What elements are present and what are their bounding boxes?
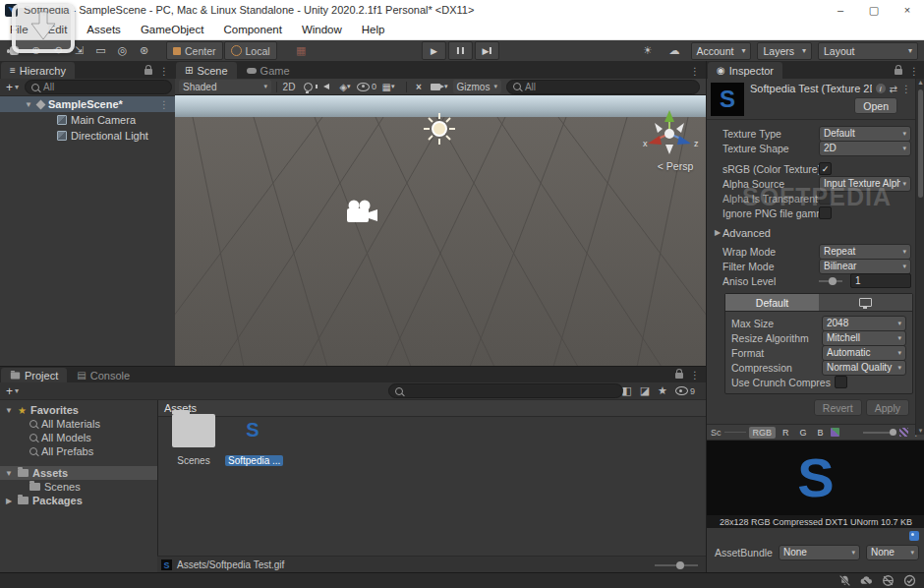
custom-tool-button[interactable]: ⊛	[134, 42, 154, 59]
hierarchy-search-input[interactable]: All	[25, 80, 172, 94]
search-by-label-icon[interactable]: ◪	[640, 384, 650, 397]
cache-server-offline-icon[interactable]	[882, 574, 895, 587]
tree-all-models[interactable]: All Models	[0, 431, 157, 444]
save-search-star-icon[interactable]: ★	[658, 384, 667, 397]
lock-icon[interactable]	[144, 69, 152, 75]
foldout-open-icon[interactable]: ▼	[4, 406, 14, 415]
scroll-up-icon[interactable]: ▼	[917, 79, 924, 88]
rect-tool-button[interactable]: ▭	[90, 42, 111, 59]
platform-tab-default[interactable]: Default	[725, 294, 819, 311]
inspector-scrollbar[interactable]: ▼ ▾	[915, 79, 924, 435]
account-dropdown[interactable]: Account ▾	[691, 42, 752, 60]
wrap-mode-dropdown[interactable]: Repeat▾	[819, 244, 911, 260]
mip-slider[interactable]	[863, 432, 896, 434]
aniso-slider[interactable]	[819, 280, 842, 282]
tab-inspector[interactable]: ◉ Inspector	[708, 62, 782, 79]
platform-tab-standalone[interactable]	[819, 294, 912, 311]
status-check-icon[interactable]	[903, 574, 916, 587]
folder-item-label[interactable]: Scenes	[168, 455, 219, 466]
tree-favorites[interactable]: ▼ ★ Favorites	[0, 403, 157, 417]
view-tool-button[interactable]	[4, 42, 25, 59]
app-icon[interactable]	[5, 4, 18, 17]
presets-icon[interactable]: ⇄	[890, 84, 897, 94]
grid-visibility-dropdown[interactable]: ▦ ▾	[381, 80, 395, 93]
foldout-open-icon[interactable]: ▼	[4, 469, 14, 478]
tree-all-prefabs[interactable]: All Prefabs	[0, 444, 157, 458]
pause-button[interactable]	[448, 41, 473, 60]
tab-console[interactable]: ▤ Console	[68, 368, 139, 382]
scene-lighting-toggle[interactable]	[301, 80, 315, 93]
assetbundle-dropdown[interactable]: None▾	[779, 545, 860, 560]
menu-window[interactable]: Window	[292, 20, 352, 39]
tab-project[interactable]: Project	[1, 368, 67, 382]
pivot-center-button[interactable]: Center	[166, 41, 223, 60]
tab-hierarchy[interactable]: ≡ Hierarchy	[1, 62, 75, 79]
hidden-packages-toggle[interactable]: 9	[675, 386, 695, 396]
softpedia-asset-item[interactable]: S	[242, 416, 263, 443]
scene-camera-dropdown[interactable]: ▾	[431, 80, 448, 93]
slider-handle[interactable]	[890, 429, 896, 436]
play-button[interactable]: ▶	[422, 41, 446, 60]
orientation-gizmo[interactable]: x z	[638, 107, 701, 162]
transform-tool-button[interactable]: ◎	[112, 42, 133, 59]
foldout-open-icon[interactable]: ▼	[24, 100, 33, 109]
menu-help[interactable]: Help	[352, 20, 395, 39]
directional-light-gizmo[interactable]	[423, 112, 456, 146]
scene-viewport[interactable]: x z < Persp	[175, 95, 706, 367]
texture-shape-dropdown[interactable]: 2D▾	[819, 141, 911, 156]
scene-visibility-toggle[interactable]: 0	[357, 80, 376, 93]
channel-rgb-button[interactable]: RGB	[749, 427, 777, 439]
collab-cloud-icon[interactable]	[860, 574, 873, 587]
aniso-value-field[interactable]: 1	[850, 273, 911, 288]
2d-toggle[interactable]: 2D	[282, 80, 296, 93]
kebab-menu-icon[interactable]: ⋮	[690, 66, 700, 77]
help-icon[interactable]: i	[876, 84, 886, 93]
tree-scenes[interactable]: Scenes	[0, 480, 157, 494]
perspective-toggle[interactable]: < Persp	[641, 160, 706, 172]
mipmap-icon[interactable]	[831, 428, 839, 437]
channel-g-button[interactable]: G	[796, 427, 811, 439]
foldout-closed-icon[interactable]: ▶	[4, 497, 14, 505]
tree-all-materials[interactable]: All Materials	[0, 417, 157, 431]
scrollbar-thumb[interactable]	[918, 89, 923, 198]
kebab-menu-icon[interactable]: ⋮	[909, 66, 919, 77]
compression-dropdown[interactable]: Normal Quality▾	[822, 360, 906, 376]
scroll-down-icon[interactable]: ▾	[919, 426, 923, 435]
add-gameobject-button[interactable]: + ▾	[3, 81, 22, 94]
scene-search-input[interactable]: All	[506, 80, 700, 94]
project-search-input[interactable]	[388, 383, 623, 398]
alpha-source-dropdown[interactable]: Input Texture Alpha▾	[819, 176, 911, 192]
asset-labels-icon[interactable]	[909, 531, 919, 541]
rotate-tool-button[interactable]: ⟲	[47, 42, 68, 59]
filter-mode-dropdown[interactable]: Bilinear▾	[819, 259, 911, 274]
menu-assets[interactable]: Assets	[77, 20, 131, 39]
menu-gameobject[interactable]: GameObject	[131, 20, 214, 39]
resize-algorithm-dropdown[interactable]: Mitchell▾	[822, 330, 906, 346]
tree-assets[interactable]: ▼ Assets	[0, 466, 157, 480]
scene-audio-toggle[interactable]	[319, 80, 333, 93]
layout-dropdown[interactable]: Layout ▾	[818, 42, 918, 60]
grid-snap-button[interactable]: ▦	[291, 42, 312, 59]
apply-button[interactable]: Apply	[866, 399, 909, 416]
asset-item-label[interactable]: Softpedia ...	[225, 455, 283, 466]
hierarchy-row-main-camera[interactable]: Main Camera	[0, 112, 175, 128]
step-button[interactable]: ▶	[475, 41, 499, 60]
channel-r-button[interactable]: R	[779, 427, 793, 439]
kebab-menu-icon[interactable]: ⋮	[159, 66, 169, 77]
thumbnail-size-slider[interactable]	[655, 564, 698, 566]
advanced-foldout[interactable]: ▶ Advanced	[707, 225, 924, 240]
scene-effects-dropdown[interactable]: ◈ ▾	[338, 80, 352, 93]
camera-gizmo[interactable]	[344, 200, 379, 227]
pivot-local-button[interactable]: Local	[224, 41, 277, 60]
lock-icon[interactable]	[675, 373, 683, 379]
axis-z-label[interactable]: z	[694, 139, 699, 148]
ignore-png-checkbox[interactable]	[819, 206, 832, 219]
channel-b-button[interactable]: B	[814, 427, 828, 439]
component-tools-icon[interactable]: ×	[412, 80, 426, 93]
revert-button[interactable]: Revert	[814, 399, 862, 416]
format-dropdown[interactable]: Automatic▾	[822, 345, 906, 361]
menu-component[interactable]: Component	[213, 20, 291, 39]
axis-x-label[interactable]: x	[643, 139, 648, 148]
layers-dropdown[interactable]: Layers ▾	[757, 42, 812, 60]
scenes-folder-item[interactable]	[172, 414, 215, 447]
